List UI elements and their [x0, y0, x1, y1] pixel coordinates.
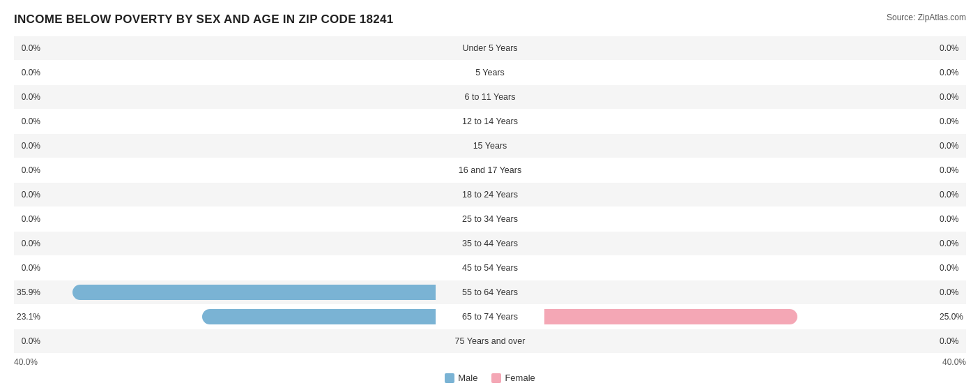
left-section: 23.1%	[14, 305, 436, 329]
age-category-label: 55 to 64 Years	[436, 287, 544, 297]
female-value-label: 0.0%	[940, 263, 966, 273]
female-bar-wrapper	[544, 138, 936, 153]
axis-right-label: 40.0%	[942, 357, 966, 367]
female-value-label: 25.0%	[940, 312, 966, 322]
left-section: 0.0%	[14, 158, 436, 182]
left-section: 0.0%	[14, 110, 436, 133]
table-row: 0.0% 15 Years 0.0%	[14, 134, 966, 158]
age-category-label: 18 to 24 Years	[436, 190, 544, 200]
table-row: 0.0% 12 to 14 Years 0.0%	[14, 110, 966, 133]
female-bar-wrapper	[544, 260, 936, 276]
female-value-label: 0.0%	[940, 214, 966, 224]
female-value-label: 0.0%	[940, 239, 966, 248]
male-value-label: 23.1%	[14, 312, 40, 322]
age-category-label: 6 to 11 Years	[436, 92, 544, 102]
male-bar-wrapper	[44, 211, 436, 227]
female-bar	[544, 309, 797, 324]
female-value-label: 0.0%	[940, 141, 966, 151]
male-value-label: 0.0%	[14, 43, 40, 53]
left-section: 0.0%	[14, 183, 436, 207]
male-bar-wrapper	[44, 114, 436, 129]
right-section: 25.0%	[544, 305, 966, 329]
table-row: 0.0% 16 and 17 Years 0.0%	[14, 158, 966, 182]
age-category-label: 65 to 74 Years	[436, 312, 544, 322]
axis-row: 40.0% 40.0%	[14, 357, 966, 367]
age-category-label: 35 to 44 Years	[436, 239, 544, 248]
right-section: 0.0%	[544, 329, 966, 353]
chart-source: Source: ZipAtlas.com	[887, 13, 966, 22]
male-bar-wrapper	[44, 163, 436, 178]
table-row: 23.1% 65 to 74 Years 25.0%	[14, 305, 966, 329]
legend-female-box	[491, 373, 501, 383]
male-bar-wrapper	[44, 65, 436, 80]
right-section: 0.0%	[544, 232, 966, 255]
right-section: 0.0%	[544, 183, 966, 207]
chart-body: 0.0% Under 5 Years 0.0% 0.0% 5 Years 0.0…	[14, 36, 966, 353]
age-category-label: 25 to 34 Years	[436, 214, 544, 224]
table-row: 0.0% 75 Years and over 0.0%	[14, 329, 966, 353]
left-section: 0.0%	[14, 232, 436, 255]
male-value-label: 0.0%	[14, 263, 40, 273]
male-value-label: 0.0%	[14, 239, 40, 248]
table-row: 0.0% 35 to 44 Years 0.0%	[14, 232, 966, 255]
female-bar-wrapper	[544, 309, 936, 324]
male-value-label: 35.9%	[14, 287, 40, 297]
male-bar-wrapper	[44, 333, 436, 349]
table-row: 0.0% 45 to 54 Years 0.0%	[14, 256, 966, 280]
right-section: 0.0%	[544, 36, 966, 60]
right-section: 0.0%	[544, 256, 966, 280]
female-bar-wrapper	[544, 285, 936, 300]
age-category-label: 45 to 54 Years	[436, 263, 544, 273]
female-bar-wrapper	[544, 114, 936, 129]
female-value-label: 0.0%	[940, 336, 966, 346]
age-category-label: 16 and 17 Years	[436, 165, 544, 175]
male-value-label: 0.0%	[14, 141, 40, 151]
male-bar-wrapper	[44, 89, 436, 105]
right-section: 0.0%	[544, 158, 966, 182]
female-value-label: 0.0%	[940, 165, 966, 175]
male-value-label: 0.0%	[14, 336, 40, 346]
male-value-label: 0.0%	[14, 190, 40, 200]
male-bar-wrapper	[44, 187, 436, 202]
right-section: 0.0%	[544, 110, 966, 133]
male-value-label: 0.0%	[14, 92, 40, 102]
age-category-label: Under 5 Years	[436, 43, 544, 53]
right-section: 0.0%	[544, 85, 966, 109]
female-value-label: 0.0%	[940, 43, 966, 53]
male-bar	[72, 285, 436, 300]
age-category-label: 15 Years	[436, 141, 544, 151]
left-section: 0.0%	[14, 85, 436, 109]
female-bar-wrapper	[544, 236, 936, 251]
male-bar-wrapper	[44, 285, 436, 300]
male-bar-wrapper	[44, 309, 436, 324]
left-section: 0.0%	[14, 61, 436, 84]
female-bar-wrapper	[544, 187, 936, 202]
male-bar-wrapper	[44, 138, 436, 153]
male-bar-wrapper	[44, 40, 436, 56]
table-row: 0.0% 25 to 34 Years 0.0%	[14, 207, 966, 231]
male-bar-wrapper	[44, 236, 436, 251]
axis-left-label: 40.0%	[14, 357, 38, 367]
left-section: 35.9%	[14, 280, 436, 304]
female-bar-wrapper	[544, 65, 936, 80]
left-section: 0.0%	[14, 207, 436, 231]
legend-male: Male	[445, 373, 477, 383]
female-value-label: 0.0%	[940, 117, 966, 126]
table-row: 0.0% 18 to 24 Years 0.0%	[14, 183, 966, 207]
axis-right: 40.0%	[544, 357, 966, 367]
right-section: 0.0%	[544, 280, 966, 304]
female-bar-wrapper	[544, 211, 936, 227]
legend: Male Female	[14, 373, 966, 383]
male-value-label: 0.0%	[14, 117, 40, 126]
age-category-label: 5 Years	[436, 68, 544, 77]
female-bar-wrapper	[544, 40, 936, 56]
table-row: 0.0% 6 to 11 Years 0.0%	[14, 85, 966, 109]
table-row: 35.9% 55 to 64 Years 0.0%	[14, 280, 966, 304]
female-value-label: 0.0%	[940, 68, 966, 77]
left-section: 0.0%	[14, 329, 436, 353]
age-category-label: 12 to 14 Years	[436, 117, 544, 126]
female-value-label: 0.0%	[940, 190, 966, 200]
right-section: 0.0%	[544, 61, 966, 84]
right-section: 0.0%	[544, 134, 966, 158]
chart-container: INCOME BELOW POVERTY BY SEX AND AGE IN Z…	[0, 0, 980, 390]
